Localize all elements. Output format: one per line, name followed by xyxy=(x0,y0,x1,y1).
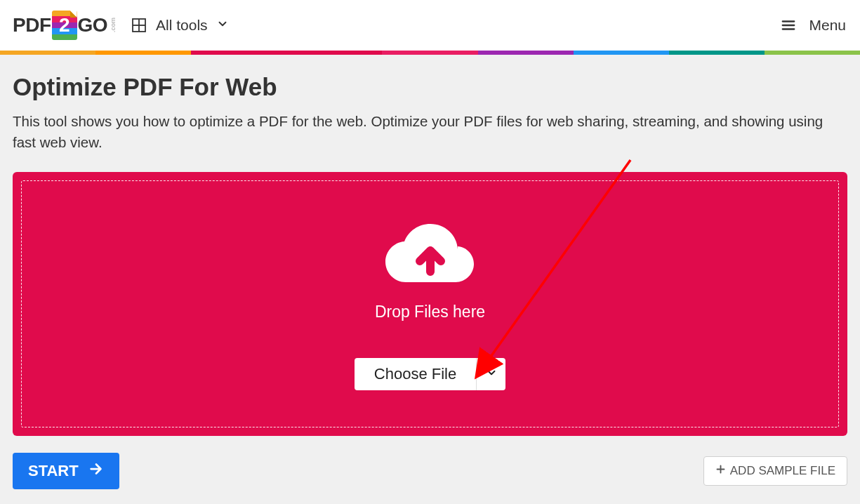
rainbow-stripe xyxy=(0,51,860,55)
add-sample-file-button[interactable]: ADD SAMPLE FILE xyxy=(703,456,847,486)
grid-icon xyxy=(132,18,146,32)
plus-icon xyxy=(715,464,726,478)
logo-go: GO xyxy=(78,14,108,37)
dropzone[interactable]: Drop Files here Choose File xyxy=(21,180,839,427)
all-tools-group[interactable]: All tools xyxy=(132,17,229,34)
all-tools-dropdown[interactable]: All tools xyxy=(156,17,229,34)
bottom-row: START ADD SAMPLE FILE xyxy=(13,453,847,489)
header-left: PDF 2 GO .com All tools xyxy=(13,11,229,40)
content: Optimize PDF For Web This tool shows you… xyxy=(0,55,860,489)
menu-button[interactable]: Menu xyxy=(781,17,846,34)
header: PDF 2 GO .com All tools xyxy=(0,0,860,51)
drop-text: Drop Files here xyxy=(375,303,485,321)
choose-file-dropdown-button[interactable] xyxy=(476,358,505,390)
all-tools-label: All tools xyxy=(156,17,208,34)
cloud-upload-icon xyxy=(385,221,476,291)
choose-file-group: Choose File xyxy=(355,358,505,390)
chevron-down-icon xyxy=(216,17,229,34)
chevron-down-icon xyxy=(485,366,498,381)
page-subtitle: This tool shows you how to optimize a PD… xyxy=(13,111,847,152)
logo-com: .com xyxy=(110,18,117,32)
hamburger-icon xyxy=(781,18,796,33)
logo[interactable]: PDF 2 GO .com xyxy=(13,11,117,40)
logo-2-badge: 2 xyxy=(52,11,77,40)
logo-pdf: PDF xyxy=(13,14,51,37)
dropzone-wrap: Drop Files here Choose File xyxy=(13,172,847,436)
sample-label: ADD SAMPLE FILE xyxy=(730,464,835,478)
arrow-right-icon xyxy=(88,461,104,481)
page-title: Optimize PDF For Web xyxy=(13,73,847,101)
start-button[interactable]: START xyxy=(13,453,119,489)
start-label: START xyxy=(28,462,79,480)
choose-file-button[interactable]: Choose File xyxy=(355,358,476,390)
menu-label: Menu xyxy=(809,17,846,34)
